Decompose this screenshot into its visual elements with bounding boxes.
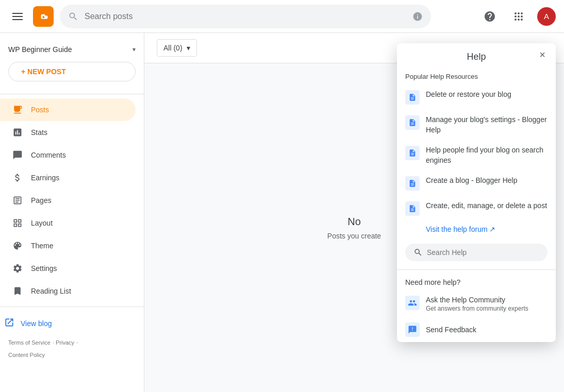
reading-list-icon — [12, 286, 23, 296]
help-community-icon — [405, 296, 420, 310]
layout-icon — [12, 218, 23, 228]
help-doc-icon-4 — [405, 201, 420, 216]
theme-icon — [12, 241, 23, 251]
help-community-text: Ask the Help Community Get answers from … — [426, 296, 528, 312]
terms-link[interactable]: Terms of Service — [8, 339, 51, 346]
filter-label: All (0) — [163, 44, 183, 52]
sidebar-item-theme-label: Theme — [31, 242, 54, 250]
settings-icon — [12, 263, 23, 274]
privacy-link[interactable]: Privacy — [56, 339, 74, 346]
sidebar-item-stats-label: Stats — [31, 128, 47, 137]
help-header: Help × — [397, 43, 556, 66]
empty-state: No Posts you create — [327, 216, 381, 240]
filter-select[interactable]: All (0) ▾ — [157, 39, 197, 57]
help-panel-overlay: Help × Popular Help Resources Delete or … — [389, 33, 564, 392]
help-item-3[interactable]: Create a blog - Blogger Help — [397, 171, 556, 196]
help-item-2[interactable]: Help people find your blog on search eng… — [397, 140, 556, 171]
help-search-bar — [405, 244, 548, 261]
empty-sub: Posts you create — [327, 232, 381, 240]
stats-icon — [12, 127, 23, 138]
help-search-input[interactable] — [427, 248, 539, 257]
help-doc-icon-3 — [405, 176, 420, 191]
help-item-4-text: Create, edit, manage, or delete a post — [426, 201, 547, 211]
sidebar-item-layout-label: Layout — [31, 219, 53, 227]
help-item-0-text: Delete or restore your blog — [426, 90, 511, 100]
comments-icon — [12, 150, 23, 160]
chevron-down-icon: ▾ — [132, 46, 136, 53]
view-blog-button[interactable]: View blog — [0, 311, 144, 335]
help-title: Help — [467, 52, 486, 62]
main-layout: WP Beginner Guide ▾ + NEW POST Posts Sta… — [0, 33, 564, 392]
sidebar-item-reading-list[interactable]: Reading List — [0, 280, 136, 302]
sidebar-item-posts[interactable]: Posts — [0, 98, 136, 121]
sidebar-item-comments[interactable]: Comments — [0, 144, 136, 166]
help-doc-icon-1 — [405, 115, 420, 130]
sidebar-footer: Terms of Service· Privacy· — [0, 335, 144, 350]
sidebar-item-earnings-label: Earnings — [31, 174, 59, 182]
sidebar-item-settings[interactable]: Settings — [0, 257, 136, 280]
new-post-button[interactable]: + NEW POST — [8, 62, 136, 81]
sidebar-item-pages-label: Pages — [31, 196, 52, 204]
avatar[interactable]: A — [537, 7, 556, 26]
sidebar-item-stats[interactable]: Stats — [0, 121, 136, 144]
filter-chevron-icon: ▾ — [187, 44, 190, 52]
help-community-title: Ask the Help Community — [426, 296, 528, 304]
help-item-0[interactable]: Delete or restore your blog — [397, 84, 556, 110]
help-doc-icon-2 — [405, 146, 420, 160]
sidebar-item-settings-label: Settings — [31, 264, 57, 272]
help-feedback-item[interactable]: Send Feedback — [397, 317, 556, 342]
help-feedback-icon — [405, 322, 420, 337]
search-icon — [68, 11, 78, 22]
blogger-logo[interactable] — [33, 6, 54, 27]
search-bar — [60, 5, 431, 28]
sidebar-divider — [0, 94, 144, 94]
external-link-icon — [4, 317, 14, 329]
apps-icon[interactable] — [508, 6, 529, 27]
help-community-subtitle: Get answers from community experts — [426, 305, 528, 312]
info-icon[interactable] — [412, 11, 423, 22]
view-blog-label: View blog — [21, 319, 52, 328]
sidebar-item-pages[interactable]: Pages — [0, 189, 136, 212]
menu-icon[interactable] — [8, 9, 27, 24]
pages-icon — [12, 195, 23, 206]
posts-icon — [12, 105, 23, 115]
help-item-1[interactable]: Manage your blog's settings - Blogger He… — [397, 110, 556, 140]
sidebar-item-layout[interactable]: Layout — [0, 212, 136, 234]
help-item-3-text: Create a blog - Blogger Help — [426, 176, 517, 186]
help-item-4[interactable]: Create, edit, manage, or delete a post — [397, 196, 556, 221]
help-community-item[interactable]: Ask the Help Community Get answers from … — [397, 291, 556, 317]
blog-name: WP Beginner Guide — [8, 45, 128, 54]
topbar: A — [0, 0, 564, 33]
help-panel: Help × Popular Help Resources Delete or … — [397, 43, 556, 342]
help-popular-title: Popular Help Resources — [397, 66, 556, 84]
help-search-icon — [413, 248, 423, 257]
sidebar-item-comments-label: Comments — [31, 151, 66, 159]
content-policy-link[interactable]: Content Policy — [0, 350, 144, 360]
help-close-button[interactable]: × — [533, 46, 552, 64]
sidebar-item-earnings[interactable]: Earnings — [0, 166, 136, 189]
help-forum-link[interactable]: Visit the help forum ↗ — [397, 221, 556, 240]
sidebar-item-reading-list-label: Reading List — [31, 287, 71, 295]
sidebar-divider-2 — [0, 306, 144, 307]
topbar-right: A — [479, 6, 556, 27]
sidebar-item-theme[interactable]: Theme — [0, 234, 136, 257]
help-more-title: Need more help? — [397, 270, 556, 291]
help-item-2-text: Help people find your blog on search eng… — [426, 145, 548, 165]
empty-title: No — [327, 216, 381, 228]
search-input[interactable] — [85, 12, 406, 21]
earnings-icon — [12, 173, 23, 183]
sidebar: WP Beginner Guide ▾ + NEW POST Posts Sta… — [0, 33, 144, 392]
help-doc-icon-0 — [405, 90, 420, 105]
sidebar-item-posts-label: Posts — [31, 106, 49, 114]
blog-selector[interactable]: WP Beginner Guide ▾ — [0, 41, 144, 62]
help-icon[interactable] — [479, 6, 500, 27]
help-item-1-text: Manage your blog's settings - Blogger He… — [426, 115, 548, 135]
help-feedback-label: Send Feedback — [426, 326, 476, 334]
content-area: All (0) ▾ MANAGE No Posts you create Hel… — [144, 33, 564, 392]
